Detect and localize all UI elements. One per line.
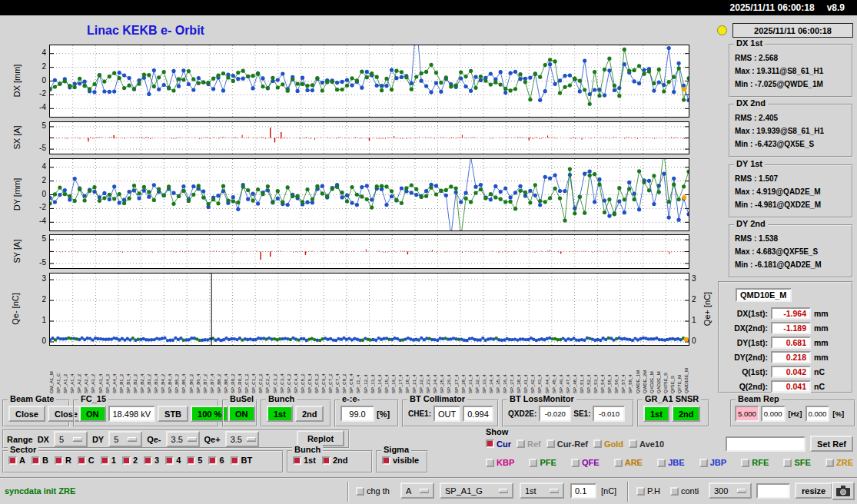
threshold-input[interactable]: [570, 483, 596, 499]
checkbox[interactable]: [657, 459, 666, 467]
sector-toggle-r[interactable]: R: [55, 456, 71, 465]
checkbox[interactable]: [32, 456, 40, 465]
range-select-dx[interactable]: 5: [54, 431, 88, 447]
set-ref-button[interactable]: Set Ref: [810, 436, 853, 452]
checkbox[interactable]: [486, 439, 494, 448]
fc15-on-button[interactable]: ON: [79, 406, 106, 422]
checkbox[interactable]: [231, 456, 239, 465]
sector-toggle-5[interactable]: 5: [187, 456, 202, 465]
show-toggle-are[interactable]: ARE: [614, 458, 643, 467]
sector-toggle-c[interactable]: C: [78, 456, 95, 465]
checkbox[interactable]: [571, 459, 580, 467]
range-select-qe-[interactable]: 3.5: [225, 431, 259, 447]
checkbox[interactable]: [825, 459, 834, 467]
y-tick-label: 4: [26, 48, 46, 57]
checkbox[interactable]: [741, 459, 749, 467]
monitor-select[interactable]: SP_A1_G: [440, 482, 513, 499]
bunch-toggle-1st[interactable]: 1st: [293, 456, 316, 465]
conti-toggle[interactable]: conti: [670, 486, 699, 496]
checkbox[interactable]: [670, 487, 679, 496]
sector-toggle-bt[interactable]: BT: [231, 456, 253, 465]
show-toggle-cur[interactable]: Cur: [486, 439, 511, 449]
sector-toggle-1[interactable]: 1: [101, 456, 116, 465]
sector-toggle-a[interactable]: A: [8, 456, 25, 465]
gr-snsr-2nd-button[interactable]: 2nd: [672, 406, 701, 422]
gr-snsr-1st-button[interactable]: 1st: [643, 406, 669, 422]
checkbox[interactable]: [322, 456, 331, 465]
sector-toggle-2[interactable]: 2: [122, 456, 138, 465]
checkbox[interactable]: [144, 456, 152, 465]
checkbox[interactable]: [546, 439, 555, 448]
resize-button[interactable]: resize: [795, 482, 832, 499]
range-select-dy[interactable]: 5: [108, 431, 142, 447]
bunch-toggle-2nd[interactable]: 2nd: [322, 456, 348, 465]
x-axis-label: SP_24_4: [433, 347, 437, 393]
checkbox[interactable]: [165, 456, 174, 465]
show-toggle-jbe[interactable]: JBE: [657, 458, 684, 467]
y-tick-label: -4: [26, 103, 46, 111]
checkbox[interactable]: [517, 439, 525, 448]
sector-toggle-6[interactable]: 6: [208, 456, 224, 465]
show-toggle-ave10[interactable]: Ave10: [629, 439, 664, 449]
sigma-toggle-visible[interactable]: visible: [382, 456, 419, 465]
ph-toggle[interactable]: P.H: [636, 486, 660, 496]
show-toggle-zre[interactable]: ZRE: [825, 458, 853, 467]
extra-input[interactable]: [756, 483, 790, 499]
show-toggle-rfe[interactable]: RFE: [741, 458, 769, 467]
show-toggle-sfe[interactable]: SFE: [783, 458, 810, 467]
show-toggle-qfe[interactable]: QFE: [571, 458, 600, 467]
sector-toggle-4[interactable]: 4: [165, 456, 181, 465]
chg-th-toggle[interactable]: chg th: [356, 486, 390, 496]
checkbox[interactable]: [699, 459, 708, 467]
fc15-stb-button[interactable]: STB: [158, 406, 188, 422]
ref-name-input[interactable]: [726, 436, 806, 452]
checkbox[interactable]: [636, 487, 645, 496]
status-indicator-light: [717, 25, 727, 35]
checkbox[interactable]: [593, 439, 602, 448]
dropdown-indicator: [247, 437, 256, 441]
bunch-1st-button[interactable]: 1st: [267, 406, 293, 422]
show-toggle-cur-ref[interactable]: Cur-Ref: [546, 439, 588, 449]
checkbox[interactable]: [293, 456, 301, 465]
y-tick-label: 0: [26, 76, 46, 85]
show-toggle-ref[interactable]: Ref: [517, 439, 541, 449]
bunch-select[interactable]: 1st: [520, 482, 564, 499]
beam-gate-close-button-1[interactable]: Close: [8, 406, 45, 422]
sigma-group-label: Sigma: [381, 445, 411, 454]
sector-toggle-3[interactable]: 3: [144, 456, 159, 465]
stat-min: Min : -4.981@QXD2E_M: [735, 198, 852, 211]
checkbox[interactable]: [614, 459, 623, 467]
show-toggle-kbp[interactable]: KBP: [486, 458, 514, 467]
stat-rms: RMS : 1.507: [735, 172, 852, 185]
checkbox[interactable]: [356, 487, 364, 496]
titlebar-datetime: 2025/11/11 06:00:18: [730, 2, 815, 13]
show-toggle-gold[interactable]: Gold: [593, 439, 623, 449]
checkbox[interactable]: [382, 456, 390, 465]
range-select-qe-[interactable]: 3.5: [166, 431, 200, 447]
interval-select[interactable]: 300: [709, 482, 752, 499]
screenshot-button[interactable]: [832, 482, 855, 500]
show-toggle-jbp[interactable]: JBP: [699, 458, 726, 467]
checkbox[interactable]: [8, 456, 17, 465]
checkbox[interactable]: [529, 459, 537, 467]
checkbox[interactable]: [208, 456, 217, 465]
checkbox[interactable]: [187, 456, 195, 465]
checkbox-label: visible: [393, 456, 419, 465]
x-axis-label: SP_22_4: [419, 347, 424, 393]
checkbox[interactable]: [78, 456, 86, 465]
bunch-2nd-button[interactable]: 2nd: [295, 406, 324, 422]
sector-group-label: Sector: [8, 445, 38, 454]
show-toggle-pfe[interactable]: PFE: [529, 458, 556, 467]
checkbox[interactable]: [486, 459, 494, 467]
checkbox-label: Cur-Ref: [557, 439, 588, 449]
checkbox[interactable]: [783, 459, 792, 467]
sector-select[interactable]: A: [400, 482, 434, 499]
sector-toggle-b[interactable]: B: [32, 456, 48, 465]
checkbox[interactable]: [101, 456, 109, 465]
checkbox[interactable]: [122, 456, 131, 465]
x-axis-label: SP_C2_2: [258, 347, 263, 393]
checkbox[interactable]: [55, 456, 63, 465]
checkbox[interactable]: [629, 439, 637, 448]
busel-on-button[interactable]: ON: [228, 406, 255, 422]
replot-button[interactable]: Replot: [297, 430, 344, 446]
